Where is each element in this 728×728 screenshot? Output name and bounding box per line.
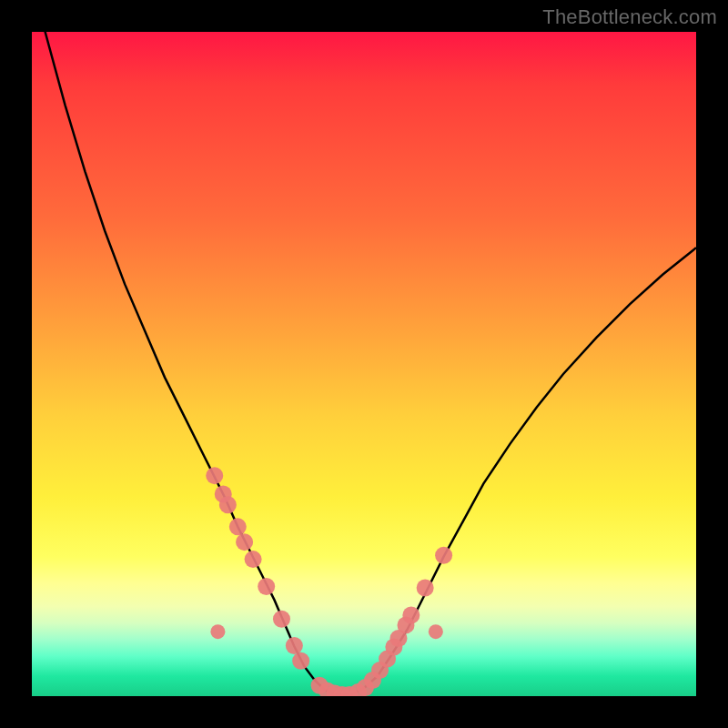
chart-marker [286, 637, 303, 654]
chart-marker [236, 533, 253, 551]
chart-marker [273, 611, 290, 628]
chart-overlay [32, 32, 696, 696]
chart-marker [210, 624, 225, 639]
chart-marker [435, 547, 452, 564]
chart-marker [417, 580, 434, 597]
chart-marker [258, 578, 275, 595]
chart-marker [229, 518, 247, 535]
chart-marker [429, 624, 443, 639]
watermark-text: TheBottleneck.com [542, 5, 717, 29]
chart-marker [292, 652, 309, 670]
chart-marker [402, 606, 420, 623]
bottleneck-curve-line [32, 32, 696, 695]
chart-markers [206, 467, 452, 696]
chart-marker [245, 551, 262, 568]
chart-marker [219, 496, 237, 513]
chart-marker [206, 467, 223, 484]
